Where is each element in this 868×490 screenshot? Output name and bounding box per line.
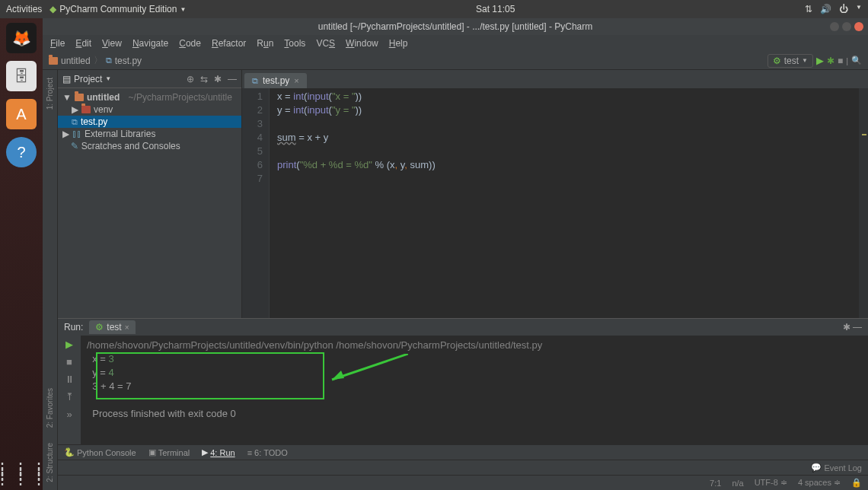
bottom-tool-strip: 🐍 Python Console ▣ Terminal ▶ 4: Run ≡ 6… <box>58 444 868 460</box>
breadcrumb[interactable]: ⧉test.py <box>106 56 142 66</box>
hide-icon[interactable]: — <box>228 74 237 84</box>
tool-python-console[interactable]: 🐍 Python Console <box>64 447 136 457</box>
encoding-selector[interactable]: UTF-8 ≑ <box>755 478 787 488</box>
window-titlebar: untitled [~/PycharmProjects/untitled] - … <box>43 18 868 35</box>
menu-run[interactable]: Run <box>257 38 273 49</box>
status-bar: 💬 Event Log <box>58 460 868 475</box>
exit-icon[interactable]: ⤒ <box>65 391 74 402</box>
run-output[interactable]: /home/shovon/PycharmProjects/untitled/ve… <box>81 336 868 444</box>
sidebar-tab-favorites[interactable]: 2: Favorites <box>46 380 54 435</box>
chevron-down-icon: ▼ <box>856 4 862 14</box>
ubuntu-top-bar: Activities ◆ PyCharm Community Edition ▼… <box>0 0 868 18</box>
sidebar-tab-project[interactable]: 1: Project <box>46 70 54 117</box>
line-gutter: 1234567 <box>242 88 270 318</box>
clock[interactable]: Sat 11:05 <box>186 4 805 14</box>
indent-selector[interactable]: 4 spaces ≑ <box>798 478 841 488</box>
activities-button[interactable]: Activities <box>6 4 42 14</box>
gear-icon[interactable]: ✱ <box>214 74 222 84</box>
menu-window[interactable]: Window <box>346 38 378 49</box>
locate-icon[interactable]: ⊕ <box>187 74 194 84</box>
stop-button[interactable]: ■ <box>838 56 843 66</box>
dock-software[interactable]: A <box>6 99 37 129</box>
menu-code[interactable]: Code <box>179 38 201 49</box>
run-button[interactable]: ▶ <box>816 55 824 66</box>
error-stripe[interactable] <box>859 88 868 318</box>
run-tool-window: Run: ⚙test× ✱ — ▶ ■ ⏸ ⤒ » /home/shovon/P… <box>58 318 868 444</box>
breadcrumb[interactable]: untitled <box>49 56 91 66</box>
close-tab-icon[interactable]: × <box>294 76 298 85</box>
dock-help[interactable]: ? <box>6 137 37 167</box>
menu-file[interactable]: File <box>50 38 65 49</box>
status-na: n/a <box>732 479 743 488</box>
menu-bar: File Edit View Navigate Code Refactor Ru… <box>43 35 868 52</box>
code-editor: ⧉test.py× 1234567 x = int(input("x = "))… <box>242 70 868 318</box>
navigation-bar: untitled 〉 ⧉test.py ⚙test▼ ▶ ✱ ■ | 🔍 <box>43 52 868 70</box>
python-icon: ⧉ <box>106 56 112 65</box>
rerun-button[interactable]: ▶ <box>65 339 73 350</box>
stop-button[interactable]: ■ <box>66 356 72 368</box>
menu-refactor[interactable]: Refactor <box>212 38 246 49</box>
close-button[interactable] <box>854 22 863 31</box>
left-tool-strip: 1: Project 2: Favorites 2: Structure <box>43 70 58 490</box>
dock-files[interactable]: 🗄 <box>6 61 37 91</box>
dock-firefox[interactable]: 🦊 <box>6 23 37 53</box>
network-icon[interactable]: ⇅ <box>805 4 812 14</box>
power-icon[interactable]: ⏻ <box>839 4 848 14</box>
editor-tab[interactable]: ⧉test.py× <box>244 73 307 88</box>
tree-node-file[interactable]: ⧉ test.py <box>58 116 241 128</box>
menu-tools[interactable]: Tools <box>284 38 305 49</box>
tree-node-root[interactable]: ▼ untitled ~/PycharmProjects/untitle <box>58 91 241 103</box>
project-view-selector[interactable]: ▤ Project ▼ <box>62 74 111 84</box>
app-indicator[interactable]: ◆ PyCharm Community Edition ▼ <box>49 4 186 14</box>
chevron-down-icon: ▼ <box>180 6 186 13</box>
menu-navigate[interactable]: Navigate <box>132 38 168 49</box>
tool-todo[interactable]: ≡ 6: TODO <box>247 448 288 457</box>
ubuntu-dock: 🦊 🗄 A ? ⋮⋮⋮⋮⋮⋮⋮⋮⋮ <box>0 18 43 490</box>
pause-button[interactable]: ⏸ <box>65 374 75 385</box>
tree-node-external[interactable]: ▶ ⫿⫿ External Libraries <box>58 128 241 140</box>
gear-icon[interactable]: ✱ — <box>843 322 862 332</box>
project-tree: ▼ untitled ~/PycharmProjects/untitle ▶ v… <box>58 88 241 318</box>
tool-terminal[interactable]: ▣ Terminal <box>148 447 190 457</box>
search-icon[interactable]: 🔍 <box>851 56 862 65</box>
volume-icon[interactable]: 🔊 <box>820 4 831 14</box>
collapse-icon[interactable]: ⇆ <box>200 74 208 84</box>
caret-position[interactable]: 7:1 <box>710 479 721 488</box>
more-icon[interactable]: » <box>66 409 72 420</box>
run-config-selector[interactable]: ⚙test▼ <box>767 54 813 68</box>
debug-button[interactable]: ✱ <box>827 56 834 66</box>
menu-edit[interactable]: Edit <box>75 38 91 49</box>
tool-run[interactable]: ▶ 4: Run <box>202 447 235 457</box>
tree-node-scratches[interactable]: ✎ Scratches and Consoles <box>58 140 241 152</box>
tree-node-venv[interactable]: ▶ venv <box>58 103 241 116</box>
maximize-button[interactable] <box>842 22 851 31</box>
window-title: untitled [~/PycharmProjects/untitled] - … <box>318 21 592 32</box>
menu-view[interactable]: View <box>102 38 122 49</box>
run-toolbar: ▶ ■ ⏸ ⤒ » <box>58 336 81 444</box>
lock-icon[interactable]: 🔒 <box>851 478 862 488</box>
run-label: Run: <box>64 322 83 332</box>
code-area[interactable]: x = int(input("x = ")) y = int(input("y … <box>270 88 868 318</box>
status-bar-2: 7:1 n/a UTF-8 ≑ 4 spaces ≑ 🔒 <box>58 475 868 490</box>
project-tool-window: ▤ Project ▼ ⊕ ⇆ ✱ — ▼ untitled ~/Pycharm… <box>58 70 242 318</box>
dock-apps-grid[interactable]: ⋮⋮⋮⋮⋮⋮⋮⋮⋮ <box>0 467 49 481</box>
python-icon: ⧉ <box>252 76 258 86</box>
divider-icon: | <box>846 56 848 65</box>
menu-vcs[interactable]: VCS <box>316 38 335 49</box>
sidebar-tab-structure[interactable]: 2: Structure <box>46 435 54 490</box>
pycharm-window: untitled [~/PycharmProjects/untitled] - … <box>43 18 868 490</box>
minimize-button[interactable] <box>830 22 839 31</box>
event-log-button[interactable]: 💬 Event Log <box>811 463 862 473</box>
menu-help[interactable]: Help <box>389 38 408 49</box>
folder-icon <box>49 57 58 65</box>
run-tab[interactable]: ⚙test× <box>89 320 135 334</box>
